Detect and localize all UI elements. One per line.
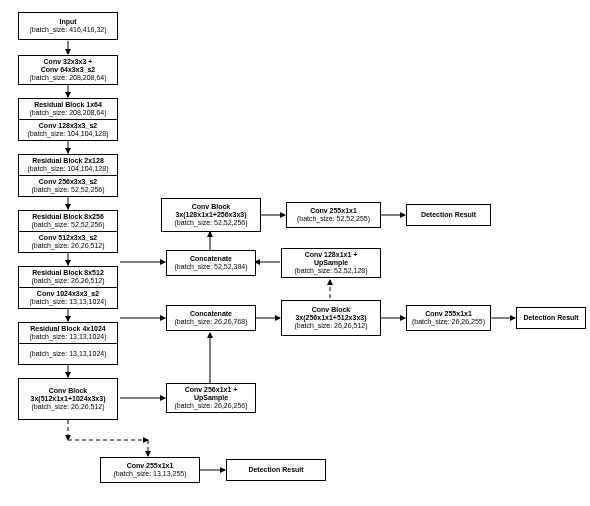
node-title: Residual Block 1x64: [34, 101, 102, 109]
node-conv255-26: Conv 255x1x1 (batch_size: 26,26,255): [406, 305, 491, 331]
node-title: Conv 256x1x1 + UpSample: [185, 386, 238, 402]
node-shape: (batch_size: 52,52,255): [297, 215, 370, 223]
node-shape: (batch_size: 13,13,1024): [29, 298, 106, 306]
node-title: Conv Block 3x(256x1x1+512x3x3): [295, 306, 366, 322]
node-res2x128-group: Residual Block 2x128 (batch_size: 104,10…: [18, 154, 118, 198]
node-shape: (batch_size: 52,52,256): [31, 221, 104, 229]
node-shape: (batch_size: 26,26,512): [294, 322, 367, 330]
node-res8x512: Residual Block 8x512 (batch_size: 26,26,…: [18, 266, 118, 288]
node-conv512: Conv 512x3x3_s2 (batch_size: 26,26,512): [18, 231, 118, 253]
node-res4x1024-shape: (batch_size: 13,13,1024): [18, 343, 118, 365]
node-shape: (batch_size: 26,26,255): [412, 318, 485, 326]
node-title: Conv 1024x3x3_s2: [37, 290, 99, 298]
node-conv255-52: Conv 255x1x1 (batch_size: 52,52,255): [286, 202, 381, 228]
node-title: Conv 255x1x1: [127, 462, 174, 470]
node-shape: (batch_size: 52,52,256): [31, 186, 104, 194]
node-title: Conv 255x1x1: [310, 207, 357, 215]
node-conv128: Conv 128x3x3_s2 (batch_size: 104,104,128…: [18, 119, 118, 141]
node-det13: Detection Result: [226, 459, 326, 481]
node-title: Concatenate: [190, 310, 232, 318]
node-res8x256-group: Residual Block 8x256 (batch_size: 52,52,…: [18, 210, 118, 254]
node-title: Residual Block 8x512: [32, 269, 104, 277]
node-shape: (batch_size: 416,416,32): [29, 26, 106, 34]
node-res4x1024-group: Residual Block 4x1024 (batch_size: 13,13…: [18, 322, 118, 366]
node-convblock26: Conv Block 3x(256x1x1+512x3x3) (batch_si…: [281, 300, 381, 336]
node-title: Conv 255x1x1: [425, 310, 472, 318]
node-ups128: Conv 128x1x1 + UpSample (batch_size: 52,…: [281, 248, 381, 278]
node-title: Residual Block 4x1024: [30, 325, 106, 333]
node-shape: (batch_size: 26,26,768): [174, 318, 247, 326]
node-convblock13: Conv Block 3x(512x1x1+1024x3x3) (batch_s…: [18, 378, 118, 420]
node-res4x1024: Residual Block 4x1024 (batch_size: 13,13…: [18, 322, 118, 344]
node-res1x64-group: Residual Block 1x64 (batch_size: 208,208…: [18, 98, 118, 142]
node-title: Concatenate: [190, 255, 232, 263]
node-shape: (batch_size: 208,208,64): [29, 74, 106, 82]
node-ups256: Conv 256x1x1 + UpSample (batch_size: 26,…: [166, 383, 256, 413]
node-shape: (batch_size: 13,13,1024): [29, 350, 106, 358]
node-shape: (batch_size: 26,26,512): [31, 242, 104, 250]
node-res8x512-group: Residual Block 8x512 (batch_size: 26,26,…: [18, 266, 118, 310]
node-title: Detection Result: [523, 314, 578, 322]
node-title: Conv 32x3x3 + Conv 64x3x3_s2: [41, 58, 95, 74]
node-res2x128: Residual Block 2x128 (batch_size: 104,10…: [18, 154, 118, 176]
node-shape: (batch_size: 26,26,512): [31, 403, 104, 411]
architecture-diagram: Input (batch_size: 416,416,32) Conv 32x3…: [0, 0, 590, 506]
node-shape: (batch_size: 26,26,256): [174, 402, 247, 410]
node-shape: (batch_size: 26,26,512): [31, 277, 104, 285]
node-title: Conv 512x3x3_s2: [39, 234, 97, 242]
node-convblock52: Conv Block 3x(128x1x1+256x3x3) (batch_si…: [161, 198, 261, 232]
node-title: Residual Block 2x128: [32, 157, 104, 165]
node-title: Conv 128x3x3_s2: [39, 122, 97, 130]
node-input: Input (batch_size: 416,416,32): [18, 12, 118, 40]
node-res8x256: Residual Block 8x256 (batch_size: 52,52,…: [18, 210, 118, 232]
node-conv32-64: Conv 32x3x3 + Conv 64x3x3_s2 (batch_size…: [18, 55, 118, 85]
node-concat26: Concatenate (batch_size: 26,26,768): [166, 305, 256, 331]
node-title: Detection Result: [248, 466, 303, 474]
node-title: Residual Block 8x256: [32, 213, 104, 221]
node-concat52: Concatenate (batch_size: 52,52,384): [166, 250, 256, 276]
node-det26: Detection Result: [516, 307, 586, 329]
node-title: Conv 256x3x3_s2: [39, 178, 97, 186]
node-shape: (batch_size: 52,52,256): [174, 219, 247, 227]
node-res1x64: Residual Block 1x64 (batch_size: 208,208…: [18, 98, 118, 120]
node-shape: (batch_size: 13,13,1024): [29, 333, 106, 341]
node-conv256: Conv 256x3x3_s2 (batch_size: 52,52,256): [18, 175, 118, 197]
node-title: Input: [59, 18, 76, 26]
node-conv1024: Conv 1024x3x3_s2 (batch_size: 13,13,1024…: [18, 287, 118, 309]
node-shape: (batch_size: 52,52,128): [294, 267, 367, 275]
node-shape: (batch_size: 208,208,64): [29, 109, 106, 117]
node-title: Conv Block 3x(128x1x1+256x3x3): [175, 203, 246, 219]
node-det52: Detection Result: [406, 204, 491, 226]
node-conv255-13: Conv 255x1x1 (batch_size: 13,13,255): [100, 457, 200, 483]
node-title: Conv Block 3x(512x1x1+1024x3x3): [31, 387, 106, 403]
node-title: Conv 128x1x1 + UpSample: [305, 251, 358, 267]
node-title: Detection Result: [421, 211, 476, 219]
node-shape: (batch_size: 104,104,128): [28, 165, 109, 173]
node-shape: (batch_size: 52,52,384): [174, 263, 247, 271]
node-shape: (batch_size: 13,13,255): [113, 470, 186, 478]
node-shape: (batch_size: 104,104,128): [28, 130, 109, 138]
